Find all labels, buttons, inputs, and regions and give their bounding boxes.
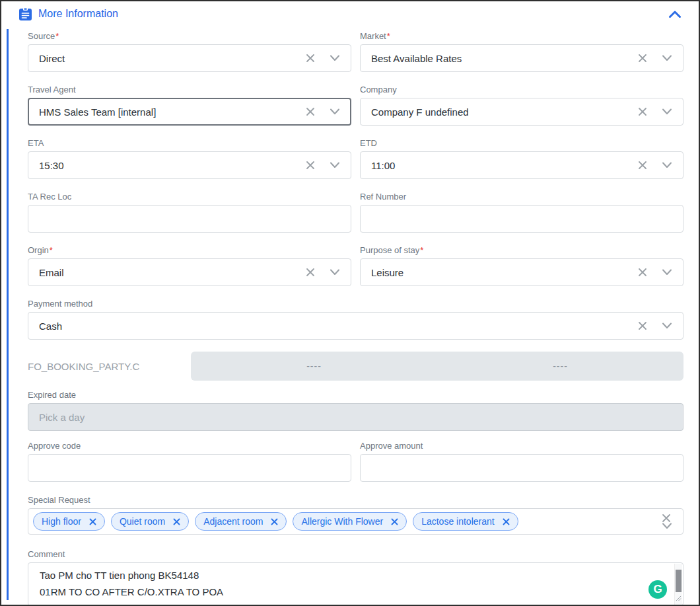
grammarly-icon[interactable]: G (648, 580, 667, 599)
x-clear-icon[interactable] (638, 161, 647, 170)
panel-header: More Information (1, 1, 699, 26)
field-approve-code: Approve code (28, 441, 351, 482)
field-fo-booking-party: FO_BOOKING_PARTY.C ---- ---- (28, 352, 683, 381)
eta-select[interactable]: 15:30 (28, 151, 351, 179)
chevron-down-icon[interactable] (330, 55, 340, 61)
special-request-label: Special Request (28, 495, 683, 505)
ta-rec-loc-input[interactable] (28, 205, 351, 233)
comment-line: Tao PM cho TT tien phong BK54148 (40, 567, 654, 584)
orgin-value: Email (39, 267, 300, 278)
orgin-label: Orgin* (28, 245, 351, 255)
ta-rec-loc-label: TA Rec Loc (28, 192, 351, 202)
x-clear-icon[interactable] (662, 513, 672, 523)
special-request-tag: Lactose intolerant (413, 512, 518, 531)
source-label: Source* (28, 31, 351, 41)
field-approve-amount: Approve amount (360, 441, 683, 482)
tag-remove-icon[interactable] (173, 518, 180, 525)
chevron-down-icon[interactable] (662, 322, 672, 329)
special-request-tag: Quiet room (111, 512, 189, 531)
panel-title: More Information (38, 8, 118, 20)
payment-method-value: Cash (39, 321, 633, 332)
approve-code-input[interactable] (28, 454, 351, 482)
tag-label: Lactose intolerant (421, 516, 495, 527)
special-request-tag: High floor (33, 512, 105, 531)
x-clear-icon[interactable] (638, 268, 647, 277)
comment-line: 01RM TO CO AFTER C/O.XTRA TO POA (40, 584, 654, 600)
clipboard-icon (18, 7, 32, 21)
comment-textarea[interactable]: Tao PM cho TT tien phong BK5414801RM TO … (28, 562, 683, 606)
travel-agent-select[interactable]: HMS Sales Team [internal] (28, 98, 351, 126)
special-request-tag: Adjacent room (195, 512, 287, 531)
field-orgin: Orgin* Email (28, 245, 351, 286)
required-asterisk: * (50, 245, 53, 255)
approve-code-label: Approve code (28, 441, 351, 451)
chevron-down-icon[interactable] (662, 162, 672, 169)
field-company: Company Company F undefined (360, 85, 683, 126)
etd-select[interactable]: 11:00 (360, 151, 683, 179)
company-select[interactable]: Company F undefined (360, 98, 683, 126)
tag-label: Quiet room (120, 516, 165, 527)
orgin-select[interactable]: Email (28, 258, 351, 286)
field-purpose-of-stay: Purpose of stay* Leisure (360, 245, 683, 286)
more-information-panel: More Information Source* Direct (0, 0, 700, 606)
purpose-of-stay-select[interactable]: Leisure (360, 258, 683, 286)
fo-booking-party-value-left: ---- (191, 361, 437, 371)
field-comment: Comment Tao PM cho TT tien phong BK54148… (28, 549, 683, 606)
chevron-down-icon[interactable] (330, 269, 340, 276)
chevron-down-icon[interactable] (330, 162, 340, 169)
chevron-down-icon[interactable] (662, 108, 672, 115)
special-request-tags: High floor Quiet room Adjacent room (33, 512, 662, 531)
fo-booking-party-label: FO_BOOKING_PARTY.C (28, 361, 191, 372)
approve-amount-label: Approve amount (360, 441, 683, 451)
travel-agent-label: Travel Agent (28, 85, 351, 95)
x-clear-icon[interactable] (306, 161, 315, 170)
special-request-tag: Allergic With Flower (293, 512, 407, 531)
comment-label: Comment (28, 549, 683, 559)
eta-value: 15:30 (39, 160, 300, 171)
x-clear-icon[interactable] (306, 268, 315, 277)
travel-agent-value: HMS Sales Team [internal] (39, 106, 300, 118)
required-asterisk: * (420, 245, 423, 255)
fo-booking-party-input: ---- ---- (191, 352, 683, 381)
company-value: Company F undefined (371, 106, 633, 118)
approve-amount-input[interactable] (360, 454, 683, 482)
x-clear-icon[interactable] (638, 54, 647, 63)
required-asterisk: * (55, 31, 59, 41)
special-request-multiselect[interactable]: High floor Quiet room Adjacent room (28, 508, 683, 535)
form-content: Source* Direct Market* Best Available Ra… (1, 26, 699, 606)
tag-remove-icon[interactable] (271, 518, 278, 525)
tag-remove-icon[interactable] (503, 518, 510, 525)
purpose-of-stay-value: Leisure (371, 267, 633, 278)
chevron-down-icon[interactable] (662, 55, 672, 61)
payment-method-label: Payment method (28, 299, 683, 309)
x-clear-icon[interactable] (638, 107, 647, 116)
chevron-down-icon[interactable] (662, 269, 672, 276)
x-clear-icon[interactable] (306, 107, 315, 116)
purpose-of-stay-label: Purpose of stay* (360, 245, 683, 255)
chevron-down-icon[interactable] (662, 523, 672, 529)
source-value: Direct (39, 53, 300, 64)
field-expired-date: Expired date (28, 390, 683, 431)
ref-number-input[interactable] (360, 205, 683, 233)
x-clear-icon[interactable] (306, 54, 315, 63)
company-label: Company (360, 85, 683, 95)
section-accent-bar (7, 29, 9, 600)
chevron-down-icon[interactable] (330, 108, 340, 115)
payment-method-select[interactable]: Cash (28, 312, 683, 340)
tag-remove-icon[interactable] (89, 518, 96, 525)
market-select[interactable]: Best Available Rates (360, 44, 683, 72)
field-travel-agent: Travel Agent HMS Sales Team [internal] (28, 85, 351, 126)
tag-remove-icon[interactable] (391, 518, 398, 525)
source-select[interactable]: Direct (28, 44, 351, 72)
market-label: Market* (360, 31, 683, 41)
collapse-panel-button[interactable] (668, 10, 682, 19)
eta-label: ETA (28, 138, 351, 148)
comment-scrollbar-thumb[interactable] (676, 570, 682, 592)
field-source: Source* Direct (28, 31, 351, 72)
field-market: Market* Best Available Rates (360, 31, 683, 72)
expired-date-label: Expired date (28, 390, 683, 400)
resize-handle-icon[interactable] (676, 592, 682, 604)
x-clear-icon[interactable] (638, 321, 647, 330)
etd-label: ETD (360, 138, 683, 148)
required-asterisk: * (387, 31, 390, 41)
